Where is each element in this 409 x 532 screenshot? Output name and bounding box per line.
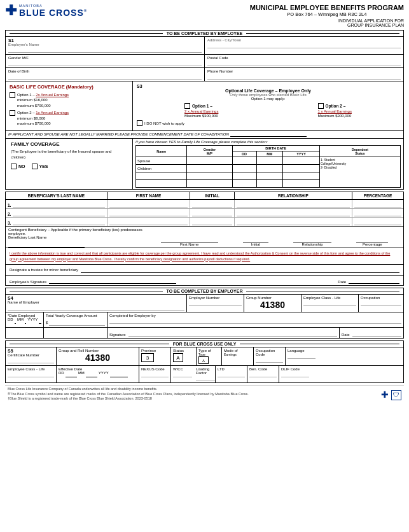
no-wish-row: I DO NOT wish to apply [137, 120, 399, 126]
ben-code-input[interactable] [249, 371, 277, 377]
employer-date-input[interactable] [352, 330, 401, 337]
cert-num-input[interactable] [8, 357, 54, 363]
spouse-mm[interactable] [256, 157, 283, 165]
contingent-fields: First Name Initial Relationship Percenta… [148, 228, 401, 248]
optional-opt1-checkbox[interactable] [184, 103, 190, 109]
optional-options-row: Option 1 – 2 x Annual Earnings Maximum $… [137, 103, 399, 118]
bene-3-relationship[interactable] [235, 218, 352, 226]
contingent-relationship-input[interactable] [293, 235, 331, 242]
employer-sig-input[interactable] [128, 330, 337, 337]
date-mm[interactable] [25, 318, 26, 324]
ltd-input[interactable] [218, 371, 245, 377]
wicc-input[interactable] [173, 371, 192, 377]
children-mm[interactable] [256, 165, 283, 172]
date-dd[interactable] [15, 318, 16, 324]
occ-code-input[interactable] [256, 356, 283, 363]
gender-input[interactable] [8, 60, 202, 66]
emp-class-life-input[interactable] [303, 300, 356, 306]
bene-3-percentage[interactable] [352, 218, 403, 226]
date-employed-cell: *Date Employed DD MM YYYY [6, 312, 44, 327]
group-roll-cell: Group and Roll Number 41380 [57, 347, 139, 365]
bd-dd-header: DD [232, 151, 256, 157]
cohab-notice: IF APPLICANT AND SPOUSE ARE NOT LEGALLY … [6, 131, 403, 139]
header-po-box: PO Box 764 – Winnipeg MB R3C 2L4 [250, 11, 404, 17]
optional-opt2-checkbox[interactable] [318, 103, 324, 109]
employee-name-cell: S1 Employee's Name [6, 37, 205, 54]
contingent-firstname-input[interactable] [161, 235, 218, 242]
footer-cross-icon: ✚ [381, 389, 389, 402]
family-spouse-row: Spouse 1- Student College/University 2- … [136, 157, 401, 165]
children-yyyy[interactable] [283, 165, 320, 172]
employer-name-cell: S4 Name of Employer [6, 295, 187, 312]
contingent-percentage-input[interactable] [356, 235, 388, 242]
family-yes-checkbox[interactable] [32, 164, 38, 169]
postal-code-input[interactable] [207, 60, 401, 66]
bene-2-initial[interactable] [190, 209, 235, 217]
emp-class-life-cell: Employee Class - Life [302, 295, 359, 312]
eff-yyyy[interactable] [110, 371, 128, 377]
bene-1-initial[interactable] [190, 200, 235, 208]
bene-2-relationship[interactable] [235, 209, 352, 217]
spouse-dd[interactable] [232, 157, 256, 165]
bene-2-percentage[interactable] [352, 209, 403, 217]
children-dd[interactable] [232, 165, 256, 172]
basic-option1-checkbox[interactable] [10, 92, 15, 98]
bene-3-firstname[interactable] [107, 218, 190, 226]
emp-dob-cell [6, 328, 44, 338]
bene-1-firstname[interactable] [107, 200, 190, 208]
bene-2-lastname[interactable]: 2. [6, 209, 107, 217]
header: ✚ MANITOBA BLUE CROSS® MUNICIPAL EMPLOYE… [5, 4, 404, 27]
occupation-input[interactable] [361, 300, 401, 306]
employer-name-input[interactable] [8, 304, 184, 311]
employee-name-row: S1 Employee's Name Address - City/Town [6, 37, 403, 55]
signature-row: Employee's Signature Date [6, 276, 403, 285]
dob-input[interactable] [8, 73, 202, 80]
total-coverage-cell: Total Yearly Coverage Amount $ [44, 312, 107, 327]
bene-3-initial[interactable] [190, 218, 235, 226]
bene-3-lastname[interactable]: 3. [6, 218, 107, 226]
optional-life-option1may: Option 1 may apply: [137, 97, 399, 101]
dlif-input[interactable] [281, 371, 309, 377]
bene-1-percentage[interactable] [352, 200, 403, 208]
bene-1-relationship[interactable] [235, 200, 352, 208]
basic-option2-text: Option 2 – 1x Annual Earnings minimum $8… [17, 110, 69, 126]
address-input[interactable] [207, 42, 401, 48]
nexus-input[interactable] [141, 371, 169, 377]
occ-code-cell: Occupation Code [254, 347, 286, 365]
phone-input[interactable] [207, 73, 401, 80]
employee-name-input[interactable] [8, 46, 202, 53]
beneficiary-section: BENEFICIARY'S LAST NAME FIRST NAME INITI… [5, 192, 404, 286]
employer-num-input[interactable] [189, 300, 242, 306]
optional-opt1-box: Option 1 – 2 x Annual Earnings Maximum $… [184, 103, 218, 118]
family-table: Name GenderM/F BIRTH DATE DependentStatu… [135, 145, 401, 188]
optional-life-title: Optional Life Coverage – Employee Only [137, 88, 399, 93]
sig-date-input[interactable] [349, 277, 399, 284]
completed-by-input[interactable] [109, 318, 401, 324]
loading-input[interactable] [196, 375, 215, 381]
spouse-gender[interactable] [187, 157, 232, 165]
emp-sig-cell: Signature [107, 328, 340, 338]
trustee-input[interactable] [81, 267, 399, 273]
contingent-initial-input[interactable] [243, 235, 268, 242]
emp-class-cell: Employee Class - Life [6, 366, 57, 382]
total-coverage-input[interactable] [49, 319, 105, 326]
bene-1-lastname[interactable]: 1. [6, 200, 107, 208]
no-wish-checkbox[interactable] [137, 120, 142, 126]
children-gender[interactable] [187, 165, 232, 172]
contingent-lastname-input[interactable] [8, 240, 85, 248]
language-input[interactable] [288, 353, 315, 359]
family-no-checkbox[interactable] [11, 164, 17, 169]
spouse-yyyy[interactable] [283, 157, 320, 165]
eff-mm[interactable] [86, 371, 97, 377]
basic-option2-checkbox[interactable] [10, 110, 15, 116]
bene-percentage-header: PERCENTAGE [352, 192, 403, 199]
dob-phone-row: Date of Birth Phone Number [6, 68, 403, 81]
loading-label: Loading Factor [196, 367, 215, 375]
basic-life-title: BASIC LIFE COVERAGE (Mandatory) [10, 84, 128, 90]
family-no-item: NO [11, 164, 25, 169]
date-yyyy[interactable] [39, 318, 41, 324]
eff-dd[interactable] [66, 371, 77, 377]
bene-2-firstname[interactable] [107, 209, 190, 217]
signature-input[interactable] [49, 277, 176, 284]
emp-class-input[interactable] [8, 371, 54, 377]
